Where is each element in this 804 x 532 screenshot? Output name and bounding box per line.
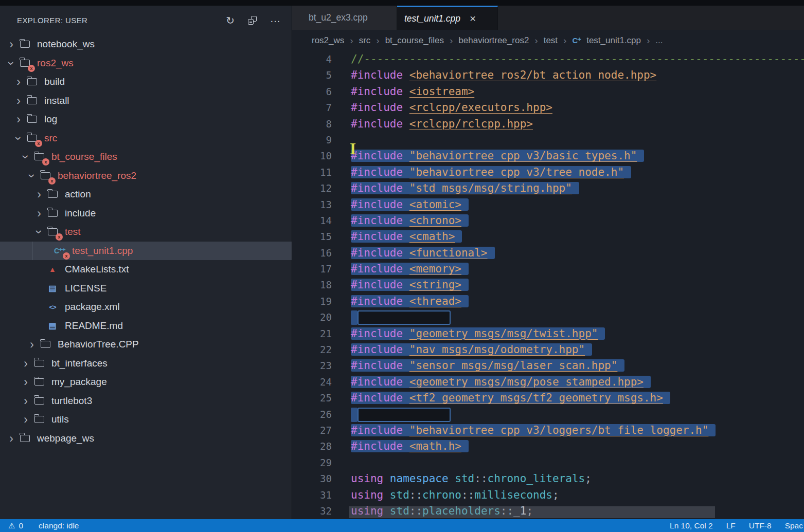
tree-item-build[interactable]: ›build xyxy=(0,72,292,91)
code-line-6[interactable]: 6#include <iostream> xyxy=(292,84,804,100)
line-content: #include <rclcpp/rclcpp.hpp> xyxy=(351,116,533,132)
breadcrumb-item-src[interactable]: src xyxy=(359,35,371,46)
breadcrumb-separator: › xyxy=(647,35,650,46)
problems-indicator[interactable]: ⚠ 0 xyxy=(8,521,23,530)
code-line-15[interactable]: 15#include <cmath> xyxy=(292,229,804,245)
tab-test_unit1-cpp[interactable]: test_unit1.cpp × xyxy=(397,6,498,30)
tree-item-utils[interactable]: ›utils xyxy=(0,410,292,429)
tree-item-README.md[interactable]: ▤README.md xyxy=(0,317,292,336)
tree-item-label: action xyxy=(65,189,91,200)
breadcrumb-item-test[interactable]: test xyxy=(544,35,558,46)
tree-item-BehaviorTree.CPP[interactable]: ›BehaviorTree.CPP xyxy=(0,335,292,354)
selection-highlight: #include <string> xyxy=(351,279,469,291)
breadcrumb-item-behaviortree_ros2[interactable]: behaviortree_ros2 xyxy=(458,35,529,46)
file-tree: ›notebook_ws›xros2_ws›build›install›log›… xyxy=(0,35,292,448)
token-kw: #include xyxy=(351,101,409,114)
token-kw: #include xyxy=(351,214,409,227)
code-line-16[interactable]: 16#include <functional> xyxy=(292,245,804,261)
horizontal-scrollbar[interactable] xyxy=(349,506,715,518)
code-line-12[interactable]: 12#include "std_msgs/msg/string.hpp" xyxy=(292,180,804,196)
status-bar-left: ⚠ 0 clangd: idle xyxy=(0,521,79,530)
code-line-13[interactable]: 13#include <atomic> xyxy=(292,197,804,213)
more-actions-icon[interactable]: ··· xyxy=(270,15,280,26)
breadcrumb-item-file[interactable]: test_unit1.cpp xyxy=(586,35,641,46)
tree-item-log[interactable]: ›log xyxy=(0,110,292,129)
breadcrumb-item-ros2_ws[interactable]: ros2_ws xyxy=(312,35,344,46)
cursor-position[interactable]: Ln 10, Col 2 xyxy=(670,521,713,530)
tab-bt_u2_ex3-cpp[interactable]: bt_u2_ex3.cpp xyxy=(292,6,397,30)
line-number: 26 xyxy=(292,407,332,423)
code-line-31[interactable]: 31using std::chrono::milliseconds; xyxy=(292,487,804,503)
tree-item-LICENSE[interactable]: ▤LICENSE xyxy=(0,279,292,298)
list-icon: ▤ xyxy=(45,320,60,332)
tree-item-label: bt_interfaces xyxy=(51,358,108,369)
code-line-29[interactable]: 29 xyxy=(292,455,804,471)
folder-glyph xyxy=(34,397,44,405)
encoding-indicator[interactable]: UTF-8 xyxy=(749,521,772,530)
tree-item-install[interactable]: ›install xyxy=(0,91,292,111)
code-editor[interactable]: 4//-------------------------------------… xyxy=(292,51,804,519)
tree-item-webpage_ws[interactable]: ›webpage_ws xyxy=(0,429,292,448)
code-line-10[interactable]: 10#include "behaviortree_cpp_v3/basic_ty… xyxy=(292,148,804,164)
tree-item-include[interactable]: ›include xyxy=(0,204,292,223)
code-line-27[interactable]: 27#include "behaviortree_cpp_v3/loggers/… xyxy=(292,423,804,438)
line-content: #include "geometry_msgs/msg/twist.hpp" xyxy=(351,326,605,342)
tree-item-test[interactable]: ›xtest xyxy=(0,223,292,242)
tree-item-action[interactable]: ›action xyxy=(0,185,292,204)
code-line-26[interactable]: 26 xyxy=(292,407,804,423)
refresh-explorer-icon[interactable]: ↻ xyxy=(226,15,235,26)
token-inc: <iostream> xyxy=(409,85,474,98)
clangd-status[interactable]: clangd: idle xyxy=(39,521,79,530)
breadcrumb-item-bt_course_files[interactable]: bt_course_files xyxy=(385,35,444,46)
tree-item-my_package[interactable]: ›my_package xyxy=(0,373,292,392)
code-line-21[interactable]: 21#include "geometry_msgs/msg/twist.hpp" xyxy=(292,326,804,342)
code-line-7[interactable]: 7#include <rclcpp/executors.hpp> xyxy=(292,100,804,116)
chevron-right-icon: › xyxy=(20,396,32,406)
code-line-5[interactable]: 5#include <behaviortree_ros2/bt_action_n… xyxy=(292,67,804,83)
tree-item-ros2_ws[interactable]: ›xros2_ws xyxy=(0,54,292,73)
code-line-25[interactable]: 25#include <tf2_geometry_msgs/tf2_geomet… xyxy=(292,390,804,406)
chevron-down-icon: › xyxy=(6,57,16,69)
code-line-24[interactable]: 24#include <geometry_msgs/msg/pose_stamp… xyxy=(292,374,804,390)
line-content: #include <string> xyxy=(351,277,469,293)
code-line-18[interactable]: 18#include <string> xyxy=(292,277,804,293)
eol-indicator[interactable]: LF xyxy=(726,521,736,530)
code-line-30[interactable]: 30using namespace std::chrono_literals; xyxy=(292,471,804,487)
tree-item-label: webpage_ws xyxy=(37,433,94,444)
token-ty: milliseconds xyxy=(474,489,552,501)
code-line-8[interactable]: 8#include <rclcpp/rclcpp.hpp> xyxy=(292,116,804,132)
token-pl: :: xyxy=(474,472,487,485)
breadcrumb-overflow[interactable]: ... xyxy=(655,35,663,46)
code-line-11[interactable]: 11#include "behaviortree_cpp_v3/tree_nod… xyxy=(292,164,804,180)
breadcrumb-separator: › xyxy=(376,35,379,46)
code-line-28[interactable]: 28#include <math.h> xyxy=(292,438,804,454)
close-icon[interactable]: × xyxy=(470,14,476,23)
code-line-17[interactable]: 17#include <memory> xyxy=(292,261,804,277)
tree-item-behaviortree_ros2[interactable]: ›xbehaviortree_ros2 xyxy=(0,167,292,186)
code-line-14[interactable]: 14#include <chrono> xyxy=(292,213,804,229)
tree-item-package.xml[interactable]: <>package.xml xyxy=(0,298,292,317)
code-line-20[interactable]: 20 xyxy=(292,309,804,325)
tree-item-test_unit1.cpp[interactable]: C⁺⁺xtest_unit1.cpp xyxy=(0,242,292,261)
chevron-right-icon: › xyxy=(5,39,17,49)
tree-item-notebook_ws[interactable]: ›notebook_ws xyxy=(0,35,292,54)
tree-item-label: test_unit1.cpp xyxy=(72,245,133,256)
selection-highlight: #include <cmath> xyxy=(351,230,462,243)
folder-glyph xyxy=(27,78,37,85)
indentation-indicator[interactable]: Spac xyxy=(785,521,803,530)
tree-item-CMakeLists.txt[interactable]: ▲CMakeLists.txt xyxy=(0,260,292,279)
breadcrumb-separator: › xyxy=(450,35,453,46)
tree-item-bt_course_files[interactable]: ›xbt_course_files xyxy=(0,148,292,167)
code-line-4[interactable]: 4//-------------------------------------… xyxy=(292,51,804,67)
code-line-9[interactable]: 9 xyxy=(292,132,804,148)
tree-item-turtlebot3[interactable]: ›turtlebot3 xyxy=(0,392,292,411)
line-content: #include <atomic> xyxy=(351,197,469,213)
code-line-19[interactable]: 19#include <thread> xyxy=(292,293,804,309)
token-kw: #include xyxy=(351,392,409,404)
tree-item-src[interactable]: ›xsrc xyxy=(0,129,292,148)
token-kw: #include xyxy=(351,279,409,291)
code-line-22[interactable]: 22#include "nav_msgs/msg/odometry.hpp" xyxy=(292,342,804,358)
code-line-23[interactable]: 23#include "sensor_msgs/msg/laser_scan.h… xyxy=(292,358,804,374)
tree-item-bt_interfaces[interactable]: ›bt_interfaces xyxy=(0,354,292,373)
collapse-folders-icon[interactable] xyxy=(248,16,257,25)
